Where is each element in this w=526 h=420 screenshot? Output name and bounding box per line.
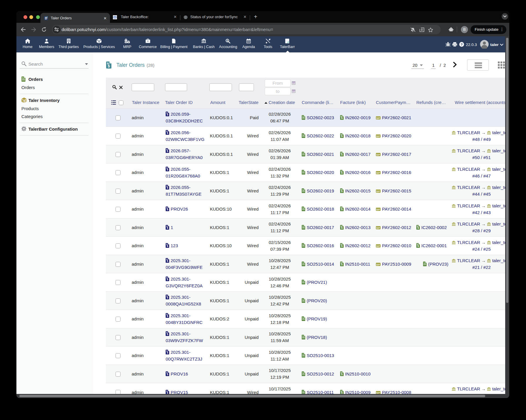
svg-text:$: $ <box>167 245 168 247</box>
svg-text:$: $ <box>167 373 168 376</box>
svg-text:$: $ <box>167 296 168 299</box>
svg-text:$: $ <box>376 391 378 394</box>
svg-text:$: $ <box>341 263 343 266</box>
svg-text:$: $ <box>418 245 419 247</box>
svg-text:?: ? <box>461 43 463 46</box>
svg-text:$: $ <box>167 226 168 229</box>
svg-text:$: $ <box>376 245 378 247</box>
svg-text:$: $ <box>341 208 343 211</box>
svg-text:$: $ <box>227 39 228 42</box>
svg-text:$: $ <box>167 168 168 171</box>
svg-text:$: $ <box>167 132 168 134</box>
svg-text:$: $ <box>341 245 343 247</box>
svg-text:$: $ <box>376 226 378 229</box>
svg-text:$: $ <box>376 172 378 174</box>
svg-text:$: $ <box>167 333 168 336</box>
svg-text:$: $ <box>167 278 168 281</box>
svg-text:$: $ <box>167 150 168 153</box>
svg-text:$: $ <box>341 190 343 193</box>
svg-text:$: $ <box>167 351 168 354</box>
svg-text:$: $ <box>376 153 378 156</box>
svg-text:$: $ <box>173 40 175 43</box>
svg-text:$: $ <box>418 226 419 229</box>
svg-text:$: $ <box>376 263 378 266</box>
svg-text:$: $ <box>341 373 343 376</box>
svg-text:$: $ <box>376 208 378 211</box>
svg-text:$: $ <box>167 315 168 317</box>
svg-text:$: $ <box>341 171 343 174</box>
svg-text:$: $ <box>108 64 110 68</box>
svg-text:$: $ <box>341 226 343 229</box>
svg-text:$: $ <box>376 190 378 192</box>
svg-text:$: $ <box>341 117 343 119</box>
svg-text:$: $ <box>167 208 168 211</box>
svg-text:$: $ <box>376 117 378 119</box>
svg-text:$: $ <box>167 186 168 189</box>
svg-text:$: $ <box>167 113 168 116</box>
svg-text:$: $ <box>167 259 168 262</box>
svg-text:$: $ <box>376 135 378 138</box>
svg-text:$: $ <box>341 153 343 156</box>
svg-text:$: $ <box>167 391 168 394</box>
svg-text:$: $ <box>341 135 343 138</box>
svg-text:$: $ <box>341 391 343 394</box>
